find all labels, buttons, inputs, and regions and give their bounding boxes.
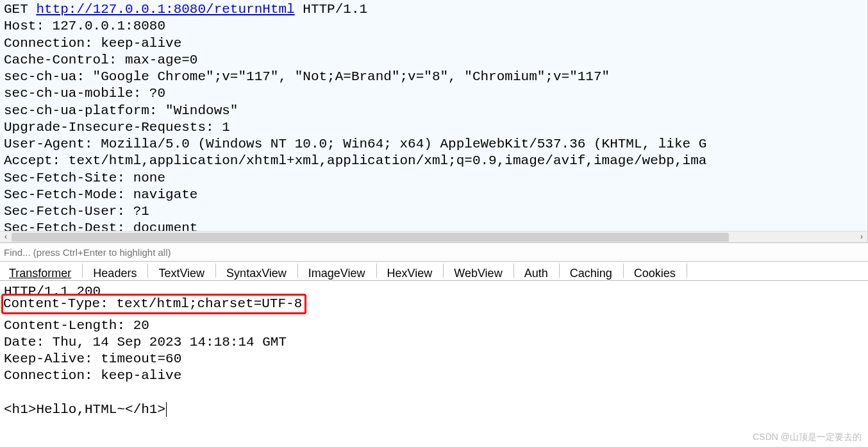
request-header: sec-ch-ua: "Google Chrome";v="117", "Not…: [4, 69, 864, 85]
tab-transformer[interactable]: Transformer: [3, 266, 78, 280]
request-header: Sec-Fetch-Site: none: [4, 170, 864, 187]
find-input[interactable]: [4, 247, 868, 258]
request-pane: GET http://127.0.0.1:8080/returnHtml HTT…: [0, 0, 868, 242]
tab-separator: [513, 264, 514, 278]
tab-separator: [623, 264, 624, 278]
watermark: CSDN @山顶是一定要去的: [753, 432, 862, 443]
tab-separator: [147, 264, 148, 278]
response-header: Content-Length: 20: [4, 317, 864, 334]
response-pane: HTTP/1.1 200 Content-Type: text/html;cha…: [0, 281, 868, 419]
blank-line: [4, 385, 864, 401]
response-tab-bar: Transformer Headers TextView SyntaxView …: [0, 262, 868, 281]
tab-separator: [215, 264, 216, 278]
request-header: User-Agent: Mozilla/5.0 (Windows NT 10.0…: [4, 136, 864, 153]
response-header: Date: Thu, 14 Sep 2023 14:18:14 GMT: [4, 334, 864, 351]
response-body-text: <h1>Hello,HTML~</h1>: [4, 402, 165, 417]
tab-separator: [559, 264, 560, 278]
request-header: Sec-Fetch-Mode: navigate: [4, 187, 864, 203]
scroll-left-icon[interactable]: ‹: [0, 232, 12, 243]
http-method: GET: [4, 2, 28, 17]
request-header: Cache-Control: max-age=0: [4, 52, 864, 69]
response-header-content-type: Content-Type: text/html;charset=UTF-8: [3, 296, 302, 311]
request-header: Host: 127.0.0.1:8080: [4, 18, 864, 35]
tab-syntaxview[interactable]: SyntaxView: [220, 266, 294, 280]
request-url-link[interactable]: http://127.0.0.1:8080/returnHtml: [36, 2, 294, 17]
tab-imageview[interactable]: ImageView: [302, 266, 372, 280]
response-body: <h1>Hello,HTML~</h1>: [4, 401, 864, 418]
request-header: Accept: text/html,application/xhtml+xml,…: [4, 153, 864, 169]
tab-caching[interactable]: Caching: [563, 266, 619, 280]
tab-separator: [443, 264, 444, 278]
response-header: Keep-Alive: timeout=60: [4, 351, 864, 367]
text-cursor: [166, 402, 167, 417]
scroll-track[interactable]: [12, 232, 856, 243]
find-bar: [0, 242, 868, 262]
tab-separator: [687, 264, 687, 278]
tab-webview[interactable]: WebView: [447, 266, 509, 280]
request-header: Sec-Fetch-User: ?1: [4, 203, 864, 220]
request-header: Upgrade-Insecure-Requests: 1: [4, 119, 864, 136]
scroll-thumb[interactable]: [12, 233, 729, 242]
http-version: HTTP/1.1: [303, 2, 367, 17]
content-type-highlight: Content-Type: text/html;charset=UTF-8: [1, 294, 306, 314]
tab-auth[interactable]: Auth: [518, 266, 555, 280]
scroll-right-icon[interactable]: ›: [856, 232, 867, 243]
request-line: GET http://127.0.0.1:8080/returnHtml HTT…: [4, 1, 864, 18]
tab-separator: [376, 264, 377, 278]
response-header: Connection: keep-alive: [4, 367, 864, 384]
request-header: Connection: keep-alive: [4, 35, 864, 52]
tab-separator: [82, 264, 83, 278]
tab-cookies[interactable]: Cookies: [628, 266, 683, 280]
horizontal-scrollbar[interactable]: ‹ ›: [0, 231, 867, 242]
tab-headers[interactable]: Headers: [87, 266, 144, 280]
tab-hexview[interactable]: HexView: [381, 266, 440, 280]
tab-textview[interactable]: TextView: [152, 266, 212, 280]
tab-separator: [297, 264, 298, 278]
request-header: sec-ch-ua-mobile: ?0: [4, 85, 864, 102]
request-header: sec-ch-ua-platform: "Windows": [4, 103, 864, 119]
